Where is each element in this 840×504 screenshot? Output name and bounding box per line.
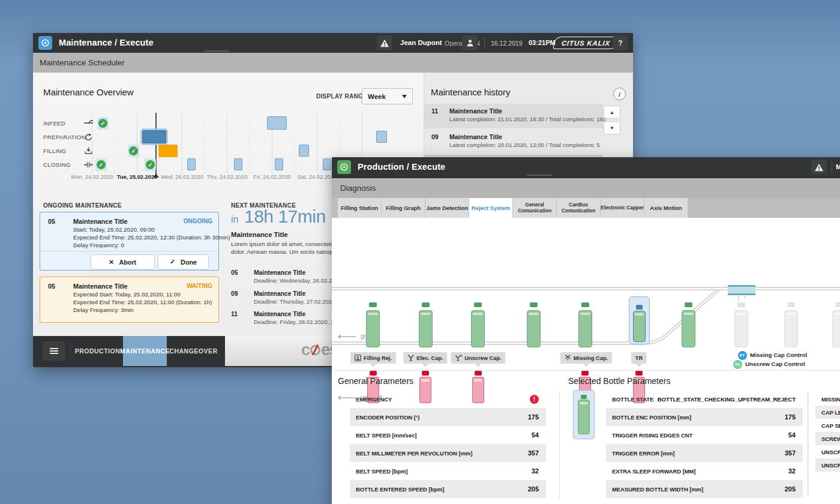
alarm-button[interactable] xyxy=(811,160,827,175)
selected-bottle-highlight[interactable] xyxy=(629,296,650,344)
history-item[interactable]: 09Maintenance TitleLatest completion: 20… xyxy=(424,130,603,154)
arrow-up-icon: ▲ xyxy=(610,110,614,115)
scroll-down-button[interactable]: ▼ xyxy=(604,121,620,134)
parameter-row: EMERGENCY! xyxy=(350,390,546,408)
station-pointer xyxy=(422,364,428,367)
parameter-value: 205 xyxy=(785,485,796,493)
brand-o-slash-icon xyxy=(310,345,320,355)
alarm-button[interactable] xyxy=(377,35,392,50)
scroll-up-button[interactable]: ▲ xyxy=(604,106,620,119)
section-divider xyxy=(332,370,840,371)
bottle-green[interactable] xyxy=(419,302,433,348)
parameter-value: 32 xyxy=(532,467,539,475)
desktop-background: Maintenance / Execute Jean Dupont Operat… xyxy=(0,0,840,504)
filling-reject-icon xyxy=(355,355,361,361)
parameter-row: CAP LEN xyxy=(815,406,840,419)
brand-letter: c xyxy=(301,341,310,359)
bottle-shine xyxy=(580,402,588,404)
parameter-row: BOTTLE STATEBOTTLE_STATE_CHECKING_UPSTRE… xyxy=(606,390,803,408)
parameter-row: SCREWE xyxy=(815,432,840,445)
app-swirl-logo-icon xyxy=(337,160,351,174)
parameter-label: UNSCREW xyxy=(821,462,840,469)
tab-filling-station[interactable]: Filling Station xyxy=(338,198,382,218)
station-tr[interactable]: TR xyxy=(631,352,647,364)
tab-general-comunication[interactable]: General Comunication xyxy=(513,198,557,218)
bottle-body xyxy=(527,310,541,347)
parameter-label: EMERGENCY xyxy=(356,396,392,403)
bottle-cap xyxy=(685,302,692,307)
station-eleccap[interactable]: Elec. Cap. xyxy=(403,352,447,364)
gripper-icon xyxy=(407,355,414,361)
general-parameters-title: General Parameters xyxy=(338,376,413,386)
user-button[interactable] xyxy=(462,35,478,50)
history-item[interactable]: 11Maintenance TitleLatest completion: 21… xyxy=(424,104,603,128)
bottle-green[interactable] xyxy=(527,302,541,348)
warning-triangle-icon xyxy=(380,39,389,47)
bottle-cap xyxy=(530,302,538,307)
station-fillingrej[interactable]: Filling Rej. xyxy=(350,352,396,364)
nav-item-production[interactable]: PRODUCTION xyxy=(72,336,123,366)
parameter-value: 357 xyxy=(528,449,539,457)
bottle-green[interactable] xyxy=(578,302,592,348)
app-swirl-logo-icon xyxy=(38,36,52,50)
window-title: Production / Execute xyxy=(358,157,445,177)
parameter-label: UNSCRE xyxy=(821,449,840,455)
parameter-label: MEASURED BOTTLE WIDTH [mm] xyxy=(612,486,703,493)
bottle-cap xyxy=(422,302,430,307)
column-divider xyxy=(559,391,560,499)
bottle-cap xyxy=(787,302,795,307)
bottle-white[interactable] xyxy=(734,302,748,348)
parameter-label: CAP LEN xyxy=(821,409,840,416)
tab-jams-detection[interactable]: Jams Detection xyxy=(425,198,469,218)
parameter-label: BELT MILLIMETER PER REVOLUTION [mm] xyxy=(356,450,472,457)
reject-system-diagram: Filling Rej.Elec. Cap.Unscrew Cap.Missin… xyxy=(332,218,840,416)
parameter-label: BOTTLE STATE xyxy=(612,396,653,403)
bottle-green[interactable] xyxy=(682,302,695,348)
bottle-parameters-table: BOTTLE STATEBOTTLE_STATE_CHECKING_UPSTRE… xyxy=(606,390,803,498)
bottle-green[interactable] xyxy=(471,302,485,348)
header-divider xyxy=(832,161,832,173)
warning-triangle-icon xyxy=(814,163,824,172)
parameter-row: MISSING xyxy=(815,392,840,406)
arrow-down-icon: ▼ xyxy=(610,125,614,131)
parameter-label: TRIGGER RISING EDGES CNT xyxy=(612,432,692,439)
bottle-body xyxy=(366,310,380,347)
tab-axis-motion[interactable]: Axis Motion xyxy=(644,198,688,218)
drag-handle[interactable] xyxy=(204,50,229,52)
bottle-green[interactable] xyxy=(366,302,380,348)
bottle-parameters-title: Selected Bottle Parameters xyxy=(568,376,670,386)
tab-electronic-capper[interactable]: Electronic Capper xyxy=(601,198,644,218)
drag-handle[interactable] xyxy=(527,175,552,176)
parameter-value: BOTTLE_STATE_CHECKING_UPSTREAM_REJECT xyxy=(658,396,796,403)
parameter-label: EXTRA SLEEP FORWARD [MM] xyxy=(612,468,695,475)
nav-item-changeover[interactable]: CHANGEOVER xyxy=(167,336,220,366)
bottle-white[interactable] xyxy=(832,302,840,348)
menu-button[interactable] xyxy=(43,341,65,361)
parameter-label: TRIGGER ERROR [mm] xyxy=(612,450,674,457)
bottle-cap xyxy=(474,302,482,307)
parameter-row: CAP SEC xyxy=(815,419,840,432)
station-label: Unscrew Cap. xyxy=(464,355,501,361)
parameter-row: TRIGGER RISING EDGES CNT54 xyxy=(606,426,803,444)
parameter-label: BELT SPEED [mm/sec] xyxy=(356,432,416,439)
parameter-label: BOTTLE ENTERED SPEED [bpm] xyxy=(356,486,444,493)
bottle-body xyxy=(471,310,485,347)
help-button[interactable]: ? xyxy=(613,35,628,50)
bottle-body xyxy=(784,310,798,347)
parameter-row: BELT MILLIMETER PER REVOLUTION [mm]357 xyxy=(350,444,546,462)
sensor-label: Unscrew Cap Control xyxy=(745,361,805,367)
station-missingcap[interactable]: Missing Cap. xyxy=(560,352,612,364)
bottle-white[interactable] xyxy=(784,302,798,348)
history-item-title: Maintenance Title xyxy=(449,133,502,140)
nav-item-maintenance[interactable]: MAINTENANCE xyxy=(123,336,167,366)
diagnosis-tab-label[interactable]: Diagnosis xyxy=(340,178,376,198)
emergency-alert-icon: ! xyxy=(530,395,539,404)
person-icon xyxy=(466,39,474,47)
third-parameters-table: MISSINGCAP LENCAP SECSCREWEUNSCREUNSCREW xyxy=(815,392,840,472)
parameter-row: BELT SPEED [bpm]32 xyxy=(350,462,546,480)
tab-reject-system[interactable]: Reject System xyxy=(469,198,513,218)
tab-filling-graph[interactable]: Filling Graph xyxy=(382,198,425,218)
scheduler-tab-label[interactable]: Maintenance Scheduler xyxy=(40,53,125,73)
tab-canbus-comunication[interactable]: CanBus Comunication xyxy=(557,198,601,218)
station-unscrewcap[interactable]: Unscrew Cap. xyxy=(451,352,505,364)
